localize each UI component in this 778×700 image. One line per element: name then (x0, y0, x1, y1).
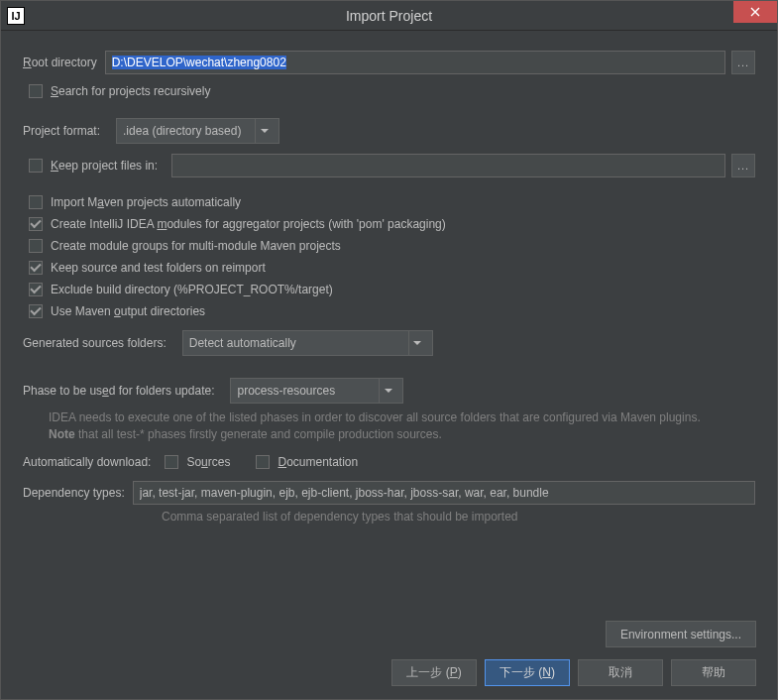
chevron-down-icon (408, 331, 426, 355)
phase-hint: IDEA needs to execute one of the listed … (49, 409, 755, 443)
chevron-down-icon (379, 379, 396, 403)
keep-source-label: Keep source and test folders on reimport (51, 261, 266, 275)
module-groups-checkbox[interactable] (29, 239, 43, 253)
use-output-checkbox[interactable] (29, 304, 43, 318)
sources-label: Sources (186, 455, 230, 469)
title-bar: IJ Import Project (1, 1, 777, 31)
window-title: Import Project (1, 8, 777, 24)
dependency-label: Dependency types: (23, 486, 125, 500)
documentation-checkbox[interactable] (256, 455, 270, 469)
aggregator-checkbox[interactable] (29, 217, 43, 231)
browse-keep-files-button[interactable]: ... (731, 154, 755, 177)
keep-files-checkbox[interactable] (29, 159, 43, 173)
next-button[interactable]: 下一步 (N) (485, 659, 570, 686)
documentation-label: Documentation (278, 455, 358, 469)
previous-button[interactable]: 上一步 (P) (391, 659, 477, 686)
chevron-down-icon (255, 119, 273, 143)
project-format-select[interactable]: .idea (directory based) (116, 118, 279, 144)
cancel-button[interactable]: 取消 (578, 659, 663, 686)
generated-sources-select[interactable]: Detect automatically (182, 330, 433, 356)
keep-files-label: Keep project files in: (51, 159, 158, 173)
dialog-content: Root directory ... Search for projects r… (1, 31, 777, 525)
auto-import-checkbox[interactable] (29, 195, 43, 209)
phase-label: Phase to be used for folders update: (23, 384, 214, 398)
aggregator-label: Create IntelliJ IDEA modules for aggrega… (51, 217, 446, 231)
phase-select[interactable]: process-resources (230, 378, 403, 404)
project-format-label: Project format: (23, 124, 100, 138)
exclude-build-label: Exclude build directory (%PROJECT_ROOT%/… (51, 283, 333, 296)
search-recursive-label: Search for projects recursively (51, 84, 210, 98)
exclude-build-checkbox[interactable] (29, 283, 43, 296)
dependency-hint: Comma separated list of dependency types… (162, 509, 755, 525)
app-icon: IJ (7, 7, 25, 25)
generated-sources-label: Generated sources folders: (23, 336, 167, 350)
auto-import-label: Import Maven projects automatically (51, 195, 241, 209)
close-button[interactable] (733, 1, 777, 23)
dependency-types-input[interactable] (133, 481, 755, 505)
environment-settings-button[interactable]: Environment settings... (606, 621, 756, 647)
keep-source-checkbox[interactable] (29, 261, 43, 275)
keep-files-input[interactable] (171, 154, 725, 177)
search-recursive-checkbox[interactable] (29, 84, 43, 98)
auto-download-label: Automatically download: (23, 455, 151, 469)
root-directory-input[interactable] (105, 51, 725, 74)
root-dir-label: Root directory (23, 56, 97, 69)
module-groups-label: Create module groups for multi-module Ma… (51, 239, 341, 253)
sources-checkbox[interactable] (165, 455, 178, 469)
use-output-label: Use Maven output directories (51, 304, 205, 318)
browse-root-button[interactable]: ... (731, 51, 755, 74)
dialog-footer: Environment settings... 上一步 (P) 下一步 (N) … (0, 611, 778, 700)
help-button[interactable]: 帮助 (671, 659, 756, 686)
